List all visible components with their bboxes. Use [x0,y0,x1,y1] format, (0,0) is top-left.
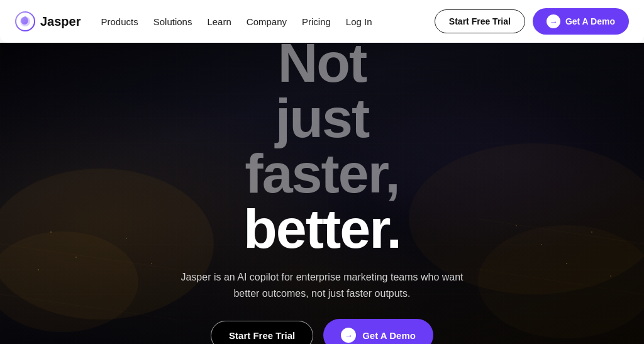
nav-login[interactable]: Log In [346,16,372,27]
headline-not: Not [243,43,401,91]
demo-btn-label: Get A Demo [565,16,615,26]
hero-content: Not just faster, better. Jasper is an AI… [0,43,644,344]
navbar-right: Start Free Trial → Get A Demo [435,8,629,35]
hero-demo-button[interactable]: → Get A Demo [323,319,433,344]
hero-section: Not just faster, better. Jasper is an AI… [0,43,644,344]
hero-demo-arrow-icon: → [341,328,356,343]
demo-arrow-icon: → [547,14,560,28]
hero-buttons: Start Free Trial → Get A Demo [211,319,433,344]
nav-company[interactable]: Company [247,16,287,27]
headline-just: just [243,91,401,146]
navbar-left: Jasper Products Solutions Learn Company … [15,11,372,31]
nav-demo-button[interactable]: → Get A Demo [533,8,629,35]
headline-better: better. [243,201,401,257]
logo[interactable]: Jasper [15,11,81,31]
nav-links: Products Solutions Learn Company Pricing… [101,16,372,27]
hero-demo-btn-label: Get A Demo [362,330,416,341]
hero-subtext: Jasper is an AI copilot for enterprise m… [171,269,473,301]
nav-products[interactable]: Products [101,16,138,27]
nav-solutions[interactable]: Solutions [153,16,192,27]
logo-text: Jasper [40,14,81,29]
nav-learn[interactable]: Learn [207,16,231,27]
hero-headline: Not just faster, better. [243,43,401,257]
navbar: Jasper Products Solutions Learn Company … [0,0,644,43]
jasper-logo-icon [15,11,35,31]
nav-pricing[interactable]: Pricing [302,16,331,27]
headline-faster: faster, [243,146,401,201]
hero-trial-button[interactable]: Start Free Trial [211,321,313,344]
nav-trial-button[interactable]: Start Free Trial [435,9,525,33]
